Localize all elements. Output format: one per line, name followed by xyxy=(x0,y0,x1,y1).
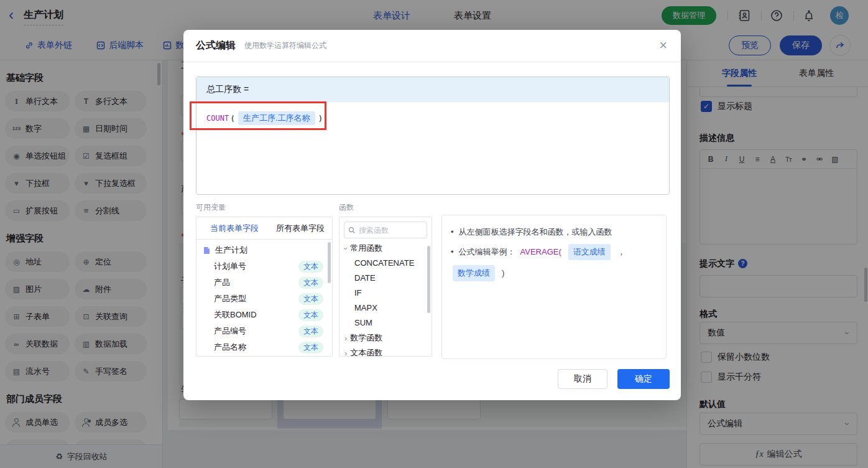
bullet-icon: • xyxy=(451,225,454,239)
chevron-right-icon: › xyxy=(344,334,347,343)
variable-row[interactable]: 关联BOMID 文本 xyxy=(196,307,332,323)
chevron-right-icon: › xyxy=(344,349,347,357)
modal-footer: 取消 确定 xyxy=(558,369,670,389)
function-item[interactable]: SUM xyxy=(339,316,432,330)
variable-row[interactable]: 产品名称 文本 xyxy=(196,339,332,355)
function-group-name: 常用函数 xyxy=(350,243,382,254)
functions-label: 函数 xyxy=(339,202,354,213)
example-chip: 数学成绩 xyxy=(453,265,495,281)
variable-type-tag: 文本 xyxy=(298,277,323,289)
function-group: › › 常用函数 CONCATENATEDATEIFMAPXSUM xyxy=(339,241,432,330)
tab-all-form-fields[interactable]: 所有表单字段 xyxy=(276,223,325,234)
variables-scrollbar[interactable] xyxy=(328,242,331,283)
example-close-paren: ) xyxy=(502,266,504,280)
example-comma: ， xyxy=(617,245,626,259)
function-group-header[interactable]: › › 文本函数 xyxy=(339,345,432,357)
variables-tree-root[interactable]: 生产计划 xyxy=(196,240,332,258)
formula-editor-modal: 公式编辑 使用数学运算符编辑公式 × 总工序数 = COUNT ( 生产工序.工… xyxy=(183,30,681,400)
formula-expression[interactable]: COUNT ( 生产工序.工序名称 ) xyxy=(196,102,669,134)
cancel-button[interactable]: 取消 xyxy=(558,369,607,389)
function-group-name: 文本函数 xyxy=(350,347,382,357)
function-group-header[interactable]: › › 常用函数 xyxy=(339,241,432,256)
variable-row[interactable]: 产品编号 文本 xyxy=(196,323,332,339)
variable-type-tag: 文本 xyxy=(298,261,323,273)
function-group: › › 数学函数 xyxy=(339,330,432,345)
function-groups: › › 常用函数 CONCATENATEDATEIFMAPXSUM › › 数学… xyxy=(339,241,432,357)
formula-help-panel: • 从左侧面板选择字段名和函数，或输入函数 • 公式编辑举例： AVERAGE(… xyxy=(441,215,667,359)
variable-type-tag: 文本 xyxy=(298,342,323,353)
function-group-name: 数学函数 xyxy=(350,332,382,344)
formula-function: COUNT xyxy=(206,114,229,123)
variable-type-tag: 文本 xyxy=(298,309,323,321)
modal-subtitle: 使用数学运算符编辑公式 xyxy=(244,40,326,51)
modal-title: 公式编辑 xyxy=(196,39,236,52)
function-item[interactable]: DATE xyxy=(339,271,432,286)
search-icon xyxy=(348,227,356,234)
chevron-down-icon: › xyxy=(341,247,351,250)
variable-name: 产品类型 xyxy=(214,293,246,304)
close-paren: ) xyxy=(318,114,323,123)
tab-current-form-fields[interactable]: 当前表单字段 xyxy=(210,223,259,234)
function-item[interactable]: MAPX xyxy=(339,301,432,316)
variable-type-tag: 文本 xyxy=(298,293,323,305)
example-function: AVERAGE( xyxy=(520,245,561,259)
variable-name: 产品 xyxy=(214,277,230,288)
function-search[interactable] xyxy=(344,222,427,238)
variable-row[interactable]: 计划单号 文本 xyxy=(196,258,332,274)
modal-header: 公式编辑 使用数学运算符编辑公式 × xyxy=(183,30,681,62)
variable-name: 产品编号 xyxy=(214,325,246,337)
variable-type-tag: 文本 xyxy=(298,325,323,337)
functions-scrollbar[interactable] xyxy=(427,246,430,313)
help-example-prefix: 公式编辑举例： xyxy=(459,245,515,259)
variable-name: 产品名称 xyxy=(214,342,246,353)
function-search-input[interactable] xyxy=(359,226,421,235)
variables-list: 计划单号 文本 产品 文本 产品类型 文本 关联BOMID 文本 产品编号 文本… xyxy=(196,258,332,355)
field-chip[interactable]: 生产工序.工序名称 xyxy=(238,111,315,125)
variables-panel: 当前表单字段 所有表单字段 生产计划 计划单号 文本 产品 文本 产品类型 文本… xyxy=(196,217,333,357)
bullet-icon: • xyxy=(451,245,454,259)
variable-name: 关联BOMID xyxy=(214,309,257,321)
variable-row[interactable]: 产品类型 文本 xyxy=(196,291,332,307)
document-icon xyxy=(203,246,211,255)
close-icon[interactable]: × xyxy=(659,39,667,52)
variable-row[interactable]: 产品 文本 xyxy=(196,274,332,291)
help-tip: 从左侧面板选择字段名和函数，或输入函数 xyxy=(459,225,612,239)
tree-root-label: 生产计划 xyxy=(215,245,247,256)
example-chip: 语文成绩 xyxy=(568,244,611,260)
variables-tabs: 当前表单字段 所有表单字段 xyxy=(196,217,332,240)
formula-target: 总工序数 = xyxy=(196,77,669,102)
variable-name: 计划单号 xyxy=(214,261,246,272)
function-item[interactable]: IF xyxy=(339,286,432,301)
formula-editor[interactable]: 总工序数 = COUNT ( 生产工序.工序名称 ) xyxy=(196,77,670,195)
function-item[interactable]: CONCATENATE xyxy=(339,256,432,271)
open-paren: ( xyxy=(230,114,235,123)
functions-panel: › › 常用函数 CONCATENATEDATEIFMAPXSUM › › 数学… xyxy=(339,217,432,357)
function-group: › › 文本函数 xyxy=(339,345,432,357)
function-items: CONCATENATEDATEIFMAPXSUM xyxy=(339,256,432,330)
function-group-header[interactable]: › › 数学函数 xyxy=(339,330,432,345)
confirm-button[interactable]: 确定 xyxy=(617,369,670,389)
variables-label: 可用变量 xyxy=(196,202,226,213)
